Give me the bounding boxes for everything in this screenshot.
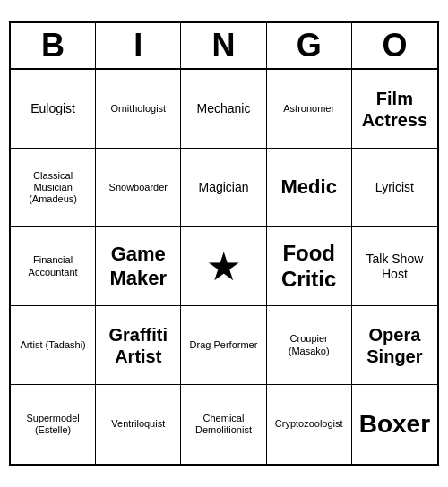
bingo-cell: Lyricist [352, 149, 437, 227]
bingo-cell: Film Actress [352, 70, 437, 149]
bingo-cell: Cryptozoologist [267, 385, 352, 464]
cell-text: Graffiti Artist [99, 324, 177, 367]
bingo-card: BINGO EulogistOrnithologistMechanicAstro… [9, 21, 439, 466]
bingo-cell: Financial Accountant [11, 227, 96, 306]
cell-text: Game Maker [99, 243, 177, 290]
bingo-cell: Croupier (Masako) [267, 306, 352, 385]
bingo-cell: Opera Singer [352, 306, 437, 385]
bingo-cell: Astronomer [267, 70, 352, 149]
bingo-cell: Ventriloquist [96, 385, 181, 464]
bingo-cell: Graffiti Artist [96, 306, 181, 385]
cell-text: Eulogist [30, 101, 75, 116]
cell-text: Artist (Tadashi) [20, 339, 85, 351]
cell-text: Film Actress [356, 88, 434, 131]
bingo-cell: Artist (Tadashi) [11, 306, 96, 385]
bingo-grid: EulogistOrnithologistMechanicAstronomerF… [11, 70, 437, 464]
cell-text: Drag Performer [190, 339, 258, 351]
bingo-cell: Supermodel (Estelle) [11, 385, 96, 464]
bingo-cell: Mechanic [181, 70, 266, 149]
bingo-cell: Talk Show Host [352, 227, 437, 306]
bingo-cell: Drag Performer [181, 306, 266, 385]
header-letter: I [96, 23, 181, 68]
bingo-cell: Chemical Demolitionist [181, 385, 266, 464]
cell-text: Opera Singer [356, 324, 434, 367]
bingo-cell: Food Critic [267, 227, 352, 306]
star-icon: ★ [206, 247, 241, 286]
bingo-cell: Classical Musician (Amadeus) [11, 149, 96, 227]
bingo-cell: Magician [181, 149, 266, 227]
cell-text: Medic [281, 175, 337, 199]
bingo-cell: Eulogist [11, 70, 96, 149]
header-letter: N [181, 23, 266, 68]
cell-text: Chemical Demolitionist [185, 413, 262, 436]
bingo-cell: Snowboarder [96, 149, 181, 227]
cell-text: Astronomer [283, 103, 334, 115]
header-letter: G [267, 23, 352, 68]
cell-text: Supermodel (Estelle) [14, 413, 91, 436]
cell-text: Snowboarder [109, 182, 168, 193]
cell-text: Magician [198, 180, 248, 195]
cell-text: Croupier (Masako) [271, 333, 348, 356]
cell-text: Boxer [359, 409, 430, 440]
cell-text: Mechanic [197, 101, 251, 116]
bingo-cell: Boxer [352, 385, 437, 464]
bingo-cell: Ornithologist [96, 70, 181, 149]
bingo-header: BINGO [11, 23, 437, 70]
cell-text: Talk Show Host [356, 252, 434, 282]
cell-text: Ornithologist [110, 103, 166, 115]
cell-text: Lyricist [375, 180, 414, 195]
cell-text: Classical Musician (Amadeus) [14, 170, 91, 206]
cell-text: Financial Accountant [14, 254, 91, 278]
header-letter: B [11, 23, 96, 68]
cell-text: Cryptozoologist [275, 418, 343, 430]
bingo-cell: Game Maker [96, 227, 181, 306]
cell-text: Food Critic [271, 241, 348, 293]
header-letter: O [352, 23, 437, 68]
bingo-cell: Medic [267, 149, 352, 227]
cell-text: Ventriloquist [111, 418, 165, 430]
bingo-cell: ★ [181, 227, 266, 306]
